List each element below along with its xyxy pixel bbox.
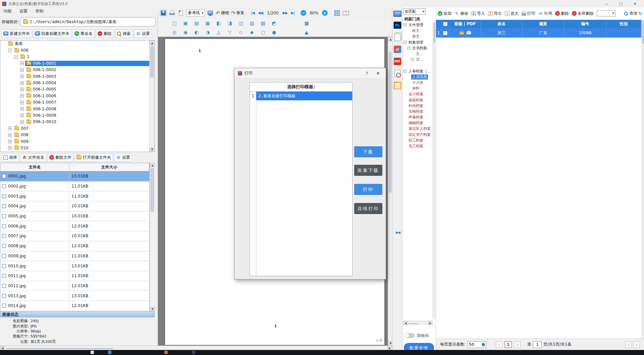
menu-item[interactable]: 帮助	[36, 8, 44, 14]
edit-tool-icon[interactable]: ◐	[193, 29, 200, 36]
edit-tool-icon[interactable]: ▣	[182, 20, 189, 27]
per-page-input[interactable]	[469, 342, 480, 347]
bottom-scrollbar[interactable]: ◀ ▶	[0, 346, 392, 350]
toolbar-button[interactable]: 批量创建文件夹	[33, 30, 71, 38]
category-item[interactable]: 会计档案	[402, 91, 433, 97]
checkbox[interactable]	[2, 254, 6, 258]
zoom-out-button[interactable]: −	[301, 10, 306, 16]
tree-item[interactable]: +006-1-0008	[0, 106, 154, 112]
image-canvas[interactable]: 1 1 云鼎 ▲ ▼ 打印 ? ✕ 选择打印模板: 1 2. 案卷目录打印模板	[158, 37, 392, 346]
expander-collapse-icon[interactable]: −	[407, 47, 410, 50]
records-toolbar-button[interactable]: +添加	[438, 11, 451, 16]
edit-tool-icon[interactable]: ◉	[182, 29, 189, 36]
records-toolbar-button[interactable]: ✎修改	[454, 11, 468, 16]
tree-item[interactable]: +006-1-0007	[0, 99, 154, 106]
edit-tool-icon[interactable]: ▩	[303, 20, 310, 27]
edit-tool-icon[interactable]: □	[171, 20, 178, 27]
records-toolbar-button[interactable]: ≡原文	[505, 11, 519, 16]
scroll-down-icon[interactable]: ▼	[150, 307, 155, 311]
checkbox[interactable]	[2, 284, 6, 288]
expander-collapse-icon[interactable]: −	[411, 58, 414, 61]
file-row[interactable]: 0006.jpg12.01KB	[0, 221, 150, 231]
file-row[interactable]: 0014.jpg12.01KB	[0, 301, 150, 311]
last-page-button[interactable]: ▶|	[290, 11, 295, 15]
grid-view-icon[interactable]	[334, 10, 340, 16]
book-view-icon[interactable]	[342, 10, 349, 16]
pager-prev-button[interactable]: ‹	[496, 341, 502, 348]
records-toolbar-button[interactable]: ✕全部删除	[572, 11, 594, 16]
category-item[interactable]: 实物档案	[402, 109, 433, 114]
verify-document-icon[interactable]	[394, 70, 400, 77]
file-row[interactable]: 0013.jpg13.01KB	[0, 291, 150, 301]
pager-next-button[interactable]: ›	[514, 341, 521, 348]
checkbox[interactable]	[2, 184, 6, 188]
checkbox[interactable]	[2, 304, 6, 308]
image-folder-icon[interactable]	[459, 31, 464, 35]
table-icon[interactable]	[394, 82, 401, 89]
category-item[interactable]: 人员信息	[402, 74, 433, 80]
category-item[interactable]: 收文	[402, 28, 433, 34]
expander-expand-icon[interactable]: +	[20, 74, 24, 78]
checkbox[interactable]	[2, 214, 6, 218]
toolbar-button[interactable]: 新建文件夹	[1, 30, 32, 38]
scrollbar-thumb[interactable]	[434, 23, 435, 43]
file-row[interactable]: 0002.jpg11.01KB	[0, 182, 150, 192]
close-button[interactable]: ✕	[628, 0, 642, 7]
scroll-up-icon[interactable]: ▲	[150, 163, 155, 167]
expander-expand-icon[interactable]: +	[20, 61, 24, 65]
scroll-right-icon[interactable]: ▶	[387, 346, 392, 350]
scroll-down-icon[interactable]: ▼	[150, 147, 155, 152]
category-item[interactable]: 发文	[402, 34, 433, 39]
file-table-column-header[interactable]: 文件名	[0, 163, 69, 171]
toolbar-button[interactable]: 设置	[114, 153, 132, 162]
edit-tool-icon[interactable]: ◆	[248, 29, 256, 36]
path-input[interactable]: C:/Users/admin/Desktop/元数据图库/案卷	[20, 17, 156, 27]
records-toolbar-button[interactable]: ✕删除	[555, 11, 569, 16]
checkbox[interactable]	[2, 294, 6, 298]
save-icon[interactable]	[160, 10, 167, 16]
checkbox[interactable]	[2, 234, 6, 238]
category-hscrollbar[interactable]: ◀ ▶	[403, 321, 433, 325]
download-button[interactable]: 下载	[354, 146, 382, 157]
scroll-left-icon[interactable]: ◀	[0, 346, 5, 350]
records-column-header[interactable]: 性别	[606, 20, 641, 28]
file-row[interactable]: 0009.jpg11.01KB	[0, 251, 150, 261]
file-row[interactable]: 0003.jpg11.01KB	[0, 191, 150, 201]
tree-item[interactable]: +006-1-0001	[0, 60, 154, 66]
records-column-header[interactable]: 籍贯	[523, 20, 564, 28]
scrollbar-track[interactable]	[150, 45, 154, 147]
pdf-print-icon[interactable]	[466, 31, 471, 35]
toolbar-button[interactable]: 删除文件	[47, 153, 73, 162]
records-toolbar-button[interactable]: 打印	[522, 11, 535, 16]
toolbar-button[interactable]: 选择	[1, 153, 19, 162]
next-page-button[interactable]: ▶▶	[282, 11, 288, 15]
menu-item[interactable]: 设置	[19, 8, 28, 14]
template-row[interactable]: 2. 案卷目录打印模板	[256, 92, 352, 100]
expander-collapse-icon[interactable]: −	[14, 55, 18, 59]
category-item[interactable]: 科技档案	[402, 103, 433, 109]
category-item[interactable]: −文...	[402, 57, 433, 62]
edit-tool-icon[interactable]: △	[215, 29, 222, 36]
edit-tool-icon[interactable]: ○	[259, 29, 267, 36]
checkbox[interactable]	[2, 204, 6, 208]
category-item[interactable]: ...	[402, 62, 433, 68]
scroll-down-icon[interactable]: ▼	[388, 341, 392, 346]
edit-tool-icon[interactable]: ▨	[259, 20, 267, 27]
file-row[interactable]: 0010.jpg13.01KB	[0, 261, 150, 271]
toolbar-button[interactable]: 搜索	[115, 30, 133, 38]
expander-expand-icon[interactable]: +	[20, 88, 24, 91]
category-item[interactable]: 十大类	[402, 80, 433, 86]
checkbox[interactable]	[2, 194, 6, 198]
collapse-panel-icon[interactable]: ▶◀	[394, 228, 402, 236]
undo-button[interactable]: ↶ 撤销	[216, 10, 229, 16]
file-row[interactable]: 0001.jpg10.01KB	[0, 171, 150, 182]
expander-expand-icon[interactable]: +	[20, 81, 24, 85]
copy-document-icon[interactable]	[394, 34, 400, 41]
expander-collapse-icon[interactable]: −	[404, 70, 407, 73]
pager-jump-next-button[interactable]: ›	[633, 341, 640, 348]
scrollbar-thumb[interactable]	[151, 168, 154, 212]
records-toolbar-button[interactable]: ↑导出	[488, 11, 502, 16]
checkbox[interactable]	[2, 174, 6, 178]
pdf-icon[interactable]: PDF	[394, 58, 401, 65]
taskbar-app[interactable]	[91, 351, 94, 354]
